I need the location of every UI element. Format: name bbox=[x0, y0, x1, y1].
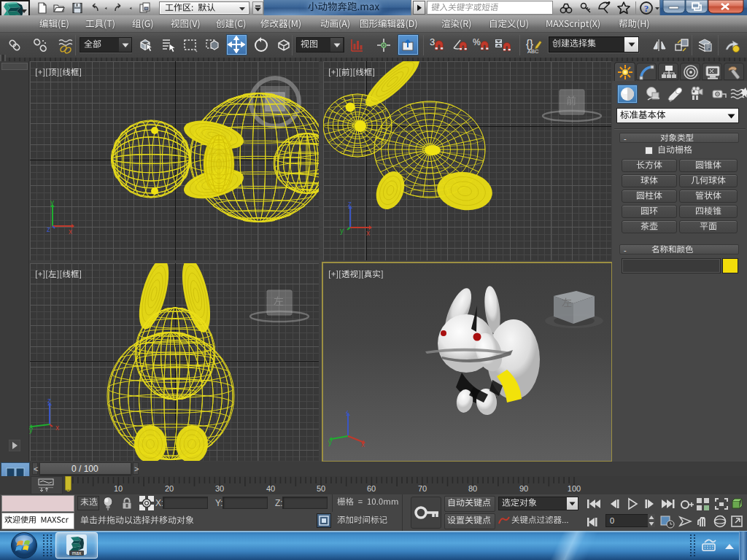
svg-text:3: 3 bbox=[430, 36, 435, 47]
svg-text:30: 30 bbox=[215, 484, 224, 493]
svg-text:100: 100 bbox=[568, 484, 581, 493]
svg-text:70: 70 bbox=[418, 484, 427, 493]
svg-text:%: % bbox=[473, 37, 481, 47]
svg-text:0: 0 bbox=[66, 484, 70, 493]
svg-text:max: max bbox=[72, 551, 82, 556]
svg-text:60: 60 bbox=[367, 484, 376, 493]
svg-text:90: 90 bbox=[519, 484, 528, 493]
svg-text:40: 40 bbox=[266, 484, 275, 493]
svg-text:10: 10 bbox=[114, 484, 123, 493]
svg-text:?: ? bbox=[644, 3, 649, 14]
svg-text:20: 20 bbox=[165, 484, 174, 493]
svg-text:80: 80 bbox=[468, 484, 477, 493]
svg-text:ABC: ABC bbox=[527, 48, 539, 54]
svg-text:50: 50 bbox=[317, 484, 325, 493]
